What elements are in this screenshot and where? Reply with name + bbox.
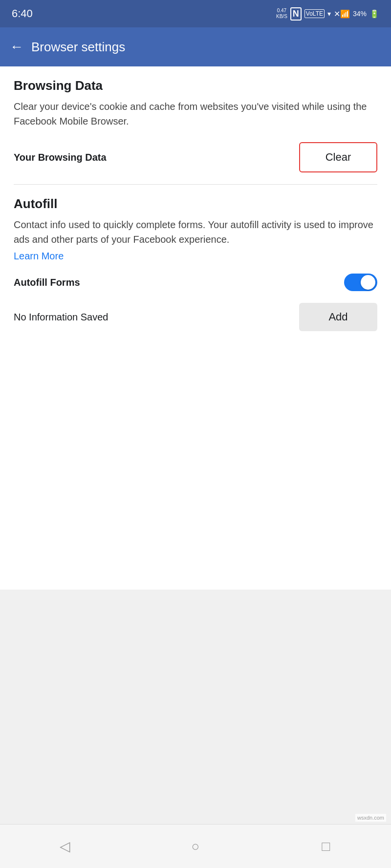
no-info-label: No Information Saved (14, 312, 108, 323)
main-content: Browsing Data Clear your device's cookie… (0, 66, 391, 590)
browsing-data-row-label: Your Browsing Data (14, 152, 107, 163)
toggle-knob (361, 275, 375, 290)
status-time: 6:40 (12, 7, 33, 20)
status-bar: 6:40 0.47 KB/S N VoLTE ▾ ✕📶 34% 🔋 (0, 0, 391, 27)
bottom-nav: ◁ ○ □ (0, 824, 391, 868)
autofill-toggle-row: Autofill Forms (14, 274, 377, 291)
section-divider (14, 184, 377, 185)
browsing-data-desc: Clear your device's cookie and cache fro… (14, 99, 377, 128)
add-info-row: No Information Saved Add (14, 303, 377, 331)
nav-recents-icon[interactable]: □ (314, 834, 338, 859)
signal-icon: ✕📶 (334, 9, 350, 19)
clear-button[interactable]: Clear (299, 142, 377, 172)
browsing-data-row: Your Browsing Data Clear (14, 142, 377, 172)
nfc-icon: N (290, 7, 302, 21)
autofill-toggle[interactable] (344, 274, 377, 291)
app-bar: ← Browser settings (0, 27, 391, 66)
autofill-title: Autofill (14, 196, 377, 212)
learn-more-link[interactable]: Learn More (14, 251, 377, 262)
wifi-icon: ▾ (327, 10, 331, 18)
nav-home-icon[interactable]: ○ (183, 834, 208, 859)
network-speed: 0.47 KB/S (276, 8, 287, 20)
app-bar-title: Browser settings (31, 40, 125, 55)
nav-back-icon[interactable]: ◁ (53, 834, 77, 859)
battery-level: 34% (353, 10, 367, 18)
battery-icon: 🔋 (369, 9, 379, 19)
autofill-forms-label: Autofill Forms (14, 277, 80, 288)
status-icons: 0.47 KB/S N VoLTE ▾ ✕📶 34% 🔋 (276, 7, 379, 21)
autofill-desc: Contact info used to quickly complete fo… (14, 217, 377, 247)
empty-area (0, 590, 391, 825)
browsing-data-title: Browsing Data (14, 78, 377, 93)
add-button[interactable]: Add (299, 303, 377, 331)
watermark: wsxdn.com (355, 814, 386, 822)
volte-icon: VoLTE (304, 9, 325, 18)
back-button[interactable]: ← (10, 39, 23, 55)
